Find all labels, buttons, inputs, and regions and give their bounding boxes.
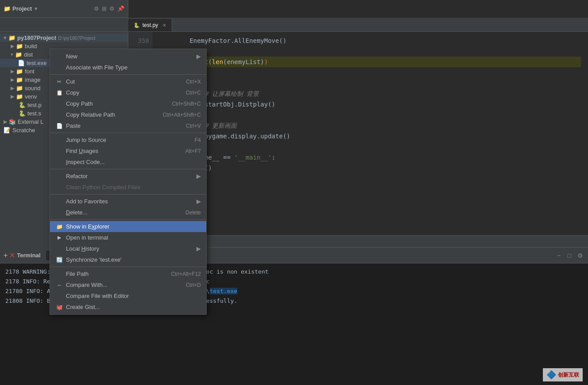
menu-shortcut-compare: Ctrl+D	[186, 282, 201, 288]
gear-icon[interactable]: ⚙	[109, 5, 115, 12]
code-line: # 更新画面	[160, 120, 581, 131]
menu-label-open-in-terminal: Open in terminal	[66, 234, 108, 241]
menu-label-find-usages: Find Usages	[66, 148, 98, 154]
menu-item-show-in-explorer[interactable]: 📁 Show in Explorer	[50, 221, 206, 232]
tree-item-label: External L	[18, 118, 44, 125]
copy-icon: 📋	[55, 90, 63, 96]
menu-item-copy[interactable]: 📋 Copy Ctrl+C	[50, 87, 206, 98]
menu-item-add-to-favorites[interactable]: Add to Favorites ▶	[50, 196, 206, 207]
menu-item-find-usages[interactable]: Find Usages Alt+F7	[50, 145, 206, 156]
terminal-minimize-btn[interactable]: −	[554, 251, 563, 260]
terminal-gear-btn[interactable]: ⚙	[576, 251, 584, 260]
menu-item-new[interactable]: New ▶	[50, 51, 206, 62]
settings-icon[interactable]: ⚙	[94, 5, 99, 12]
tree-item-label: font	[25, 68, 35, 75]
menu-label-refactor: Refactor	[66, 173, 88, 179]
menu-label-copy: Copy	[66, 89, 79, 96]
menu-label-delete: Delete...	[66, 209, 87, 216]
menu-item-clean-compiled: Clean Python Compiled Files	[50, 182, 206, 193]
menu-item-cut[interactable]: ✂ Cut Ctrl+X	[50, 76, 206, 87]
project-root-path: D:\py1807Project	[58, 35, 95, 41]
code-line: EnemyFactor.AllEnemyMove()	[160, 35, 581, 46]
project-folder-icon: 📁	[8, 34, 15, 41]
menu-item-synchronize[interactable]: 🔄 Synchronize 'test.exe'	[50, 254, 206, 265]
menu-shortcut-copy-path: Ctrl+Shift+C	[172, 101, 201, 107]
menu-shortcut-paste: Ctrl+V	[186, 123, 201, 129]
tree-item-label: test.exe	[27, 60, 47, 66]
menu-item-delete[interactable]: Delete... Delete	[50, 207, 206, 218]
menu-item-associate[interactable]: Associate with File Type	[50, 62, 206, 73]
code-line: if __name__ == '__main__':	[160, 152, 581, 163]
add-tab-icon[interactable]: +	[4, 252, 8, 259]
layout-icon[interactable]: ⊞	[102, 5, 107, 12]
tab-bar: 🐍 test.py ✕	[0, 18, 588, 32]
menu-item-create-gist[interactable]: 🐙 Create Gist...	[50, 301, 206, 313]
menu-shortcut-jump: F4	[195, 137, 201, 143]
file-icon2: 🐍	[19, 102, 26, 108]
remove-tab-icon[interactable]: ✕	[9, 251, 15, 259]
menu-label-inspect-code: Inspect Code...	[66, 159, 104, 165]
watermark-logo: 🔷	[546, 370, 556, 380]
menu-item-inspect-code[interactable]: Inspect Code...	[50, 156, 206, 168]
terminal-expand-btn[interactable]: □	[565, 251, 574, 260]
project-root-label: py1807Project	[17, 34, 56, 41]
code-line: # 让屏幕绘制 背景	[160, 88, 581, 99]
menu-separator	[50, 194, 206, 194]
menu-label-compare-with: Compare With...	[66, 282, 108, 288]
external-icon: 📚	[9, 118, 16, 125]
project-title: Project	[12, 5, 32, 12]
menu-item-local-history[interactable]: Local History ▶	[50, 243, 206, 254]
code-line	[160, 141, 581, 152]
menu-separator	[50, 74, 206, 75]
code-line	[160, 67, 581, 78]
tree-item-label: test.p	[27, 102, 42, 108]
project-dropdown-icon[interactable]: ▾	[35, 5, 38, 12]
menu-shortcut-copy: Ctrl+C	[186, 90, 201, 96]
pin-icon[interactable]: 📌	[117, 5, 124, 12]
menu-label-associate: Associate with File Type	[66, 64, 127, 71]
menu-item-paste[interactable]: 📄 Paste Ctrl+V	[50, 120, 206, 131]
menu-shortcut-cut: Ctrl+X	[186, 79, 201, 85]
code-line: startObj.Distplay()	[160, 99, 581, 110]
submenu-arrow-favorites-icon: ▶	[196, 198, 201, 205]
code-line: else:	[160, 78, 581, 88]
menu-separator	[50, 267, 206, 267]
watermark-text: 创新互联	[558, 371, 579, 379]
folder-icon: 📁	[16, 76, 23, 83]
code-line: pygame.display.update()	[160, 131, 581, 141]
terminal-controls: − □ ⚙	[554, 251, 584, 260]
menu-item-copy-relative-path[interactable]: Copy Relative Path Ctrl+Alt+Shift+C	[50, 109, 206, 120]
tab-testpy[interactable]: 🐍 test.py ✕	[128, 19, 172, 31]
menu-item-open-in-terminal[interactable]: ▶ Open in terminal	[50, 232, 206, 243]
folder-icon: 📁	[16, 85, 23, 91]
menu-item-file-path[interactable]: File Path Ctrl+Alt+F12	[50, 268, 206, 279]
code-content[interactable]: EnemyFactor.AllEnemyMove() print(len(ene…	[153, 32, 588, 235]
menu-label-show-in-explorer: Show in Explorer	[66, 223, 109, 230]
tree-item-label: venv	[25, 93, 37, 100]
tree-item-label: Scratche	[12, 127, 35, 133]
menu-label-file-path: File Path	[66, 271, 88, 277]
tab-file-icon: 🐍	[134, 23, 140, 28]
tab-close-icon[interactable]: ✕	[162, 23, 166, 28]
folder-icon: 📁	[15, 51, 22, 58]
menu-shortcut-copy-rel-path: Ctrl+Alt+Shift+C	[163, 112, 201, 118]
project-header: 📁 Project ▾ ⚙ ⊞ ⚙ 📌	[0, 0, 128, 18]
menu-item-jump-to-source[interactable]: Jump to Source F4	[50, 134, 206, 145]
file-icon2: 🐍	[19, 110, 26, 117]
menu-item-compare-with-editor[interactable]: Compare File with Editor	[50, 290, 206, 301]
menu-label-cut: Cut	[66, 78, 75, 85]
menu-item-copy-path[interactable]: Copy Path Ctrl+Shift+C	[50, 98, 206, 109]
tree-item-label: sound	[25, 85, 40, 91]
project-root[interactable]: ▾ 📁 py1807Project D:\py1807Project	[0, 34, 128, 42]
expand-icon: ▶	[11, 94, 14, 99]
cut-icon: ✂	[55, 79, 63, 85]
tab-label: test.py	[142, 22, 158, 28]
gist-icon: 🐙	[55, 304, 63, 310]
menu-label-copy-path: Copy Path	[66, 100, 93, 107]
menu-item-compare-with[interactable]: ↔ Compare With... Ctrl+D	[50, 279, 206, 290]
menu-separator	[50, 133, 206, 133]
menu-label-add-to-favorites: Add to Favorites	[66, 198, 108, 205]
tree-item-label: image	[25, 76, 40, 83]
menu-item-refactor[interactable]: Refactor ▶	[50, 171, 206, 182]
menu-label-jump-to-source: Jump to Source	[66, 137, 106, 143]
